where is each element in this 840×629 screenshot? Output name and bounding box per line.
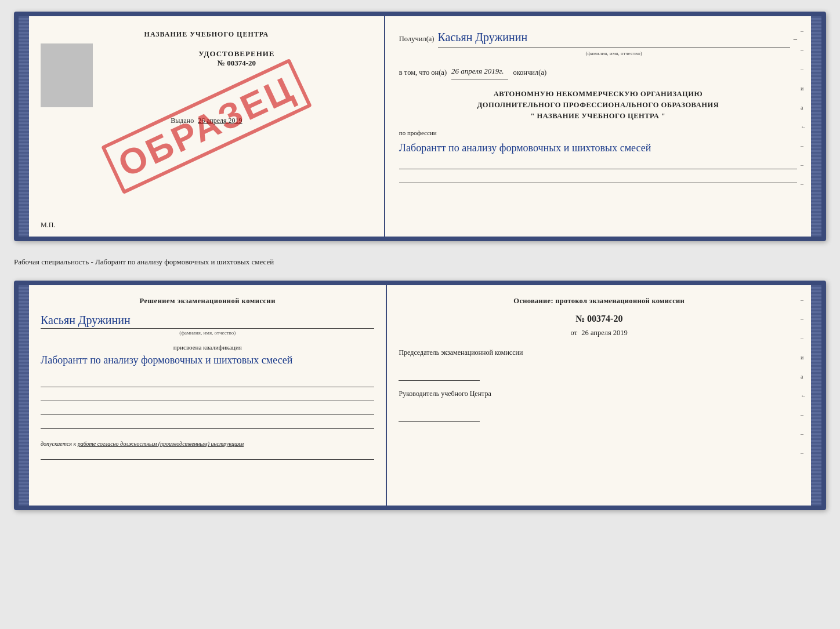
- completion-date: 26 апреля 2019г.: [451, 66, 508, 79]
- protocol-number: № 00374-20: [399, 314, 799, 324]
- dopuskaetsya-line: допускается к работе согласно должностны…: [41, 441, 374, 447]
- kvalifikatsiya-value: Лаборантт по анализу формовочных и шихто…: [41, 353, 374, 368]
- poluchil-label: Получил(а): [399, 33, 435, 45]
- org-line2: ДОПОЛНИТЕЛЬНОГО ПРОФЕССИОНАЛЬНОГО ОБРАЗО…: [399, 100, 797, 111]
- professiya-value: Лаборантт по анализу формовочных и шихто…: [399, 141, 797, 155]
- bottom-document: Решением экзаменационной комиссии Касьян…: [14, 281, 826, 510]
- bottom-left-page: Решением экзаменационной комиссии Касьян…: [29, 285, 387, 506]
- resheniem-header: Решением экзаменационной комиссии: [41, 297, 374, 306]
- recipient-name: Касьян Дружинин: [438, 28, 790, 48]
- predsedatel-block: Председатель экзаменационной комиссии: [399, 348, 799, 381]
- photo-placeholder: [41, 43, 93, 107]
- spine-right: [811, 16, 821, 237]
- sig-line4: [41, 419, 374, 429]
- vtom-prefix: в том, что он(а): [399, 67, 447, 78]
- dopusk-underline: [41, 449, 374, 460]
- udost-number: № 00374-20: [218, 59, 256, 68]
- right-page-content: Получил(а) Касьян Дружинин (фамилия, имя…: [399, 28, 797, 183]
- top-right-page: Получил(а) Касьян Дружинин (фамилия, имя…: [385, 16, 811, 237]
- sig-line3: [41, 405, 374, 415]
- org-block: АВТОНОМНУЮ НЕКОММЕРЧЕСКУЮ ОРГАНИЗАЦИЮ ДО…: [399, 89, 797, 121]
- sig-line1: [41, 377, 374, 387]
- top-header: НАЗВАНИЕ УЧЕБНОГО ЦЕНТРА: [41, 30, 372, 39]
- bottom-spine-right: [811, 285, 821, 506]
- bottom-right-margin-dashes: – – – и а ← – – –: [801, 297, 806, 456]
- middle-specialty-text: Рабочая специальность - Лаборант по анал…: [14, 252, 826, 270]
- rukovoditel-label: Руководитель учебного Центра: [399, 389, 799, 399]
- signature-lines: [41, 373, 374, 432]
- bottom-recipient-name: Касьян Дружинин: [41, 314, 374, 329]
- rukovoditel-block: Руководитель учебного Центра: [399, 389, 799, 422]
- right-margin-dashes: – – – и а ← – – –: [801, 28, 806, 187]
- kasyan-name-line: Касьян Дружинин (фамилия, имя, отчество): [41, 314, 374, 336]
- osnovaniye-label: Основание: протокол экзаменационной коми…: [399, 297, 799, 306]
- protocol-date: 26 апреля 2019: [581, 329, 628, 337]
- dopusk-text: работе согласно должностным (производств…: [78, 441, 244, 447]
- vydano-date: 26 апреля 2019: [198, 117, 242, 125]
- bottom-fio-hint: (фамилия, имя, отчество): [41, 330, 374, 336]
- predsedatel-label: Председатель экзаменационной комиссии: [399, 348, 799, 358]
- bottom-right-page: Основание: протокол экзаменационной коми…: [387, 285, 811, 506]
- dopusk-prefix: допускается к: [41, 441, 76, 447]
- mp-label: М.П.: [41, 221, 55, 230]
- rukovoditel-sig-line: [399, 410, 480, 422]
- top-left-page: НАЗВАНИЕ УЧЕБНОГО ЦЕНТРА УДОСТОВЕРЕНИЕ №…: [29, 16, 385, 237]
- underline1: [399, 159, 797, 169]
- vtom-line: в том, что он(а) 26 апреля 2019г. окончи…: [399, 66, 797, 79]
- bottom-spine-left: [19, 285, 29, 506]
- predsedatel-sig-line: [399, 369, 480, 381]
- org-line3: " НАЗВАНИЕ УЧЕБНОГО ЦЕНТРА ": [399, 111, 797, 122]
- vydano-line: Выдано 26 апреля 2019: [41, 117, 372, 125]
- okonchil-label: окончил(а): [513, 67, 546, 78]
- ot-prefix: от: [571, 329, 578, 337]
- ot-date: от 26 апреля 2019: [399, 329, 799, 337]
- underline2: [399, 173, 797, 183]
- spine-left: [19, 16, 29, 237]
- poluchil-line: Получил(а) Касьян Дружинин (фамилия, имя…: [399, 28, 797, 57]
- dash1: –: [794, 33, 797, 45]
- prisvoena-label: присвоена квалификация: [41, 344, 374, 351]
- top-document: НАЗВАНИЕ УЧЕБНОГО ЦЕНТРА УДОСТОВЕРЕНИЕ №…: [14, 12, 826, 241]
- page-container: НАЗВАНИЕ УЧЕБНОГО ЦЕНТРА УДОСТОВЕРЕНИЕ №…: [14, 12, 826, 510]
- sig-line2: [41, 391, 374, 401]
- udost-label: УДОСТОВЕРЕНИЕ: [198, 49, 274, 59]
- org-line1: АВТОНОМНУЮ НЕКОММЕРЧЕСКУЮ ОРГАНИЗАЦИЮ: [399, 89, 797, 100]
- fio-hint: (фамилия, имя, отчество): [438, 49, 790, 57]
- po-professii-label: по профессии: [399, 128, 797, 139]
